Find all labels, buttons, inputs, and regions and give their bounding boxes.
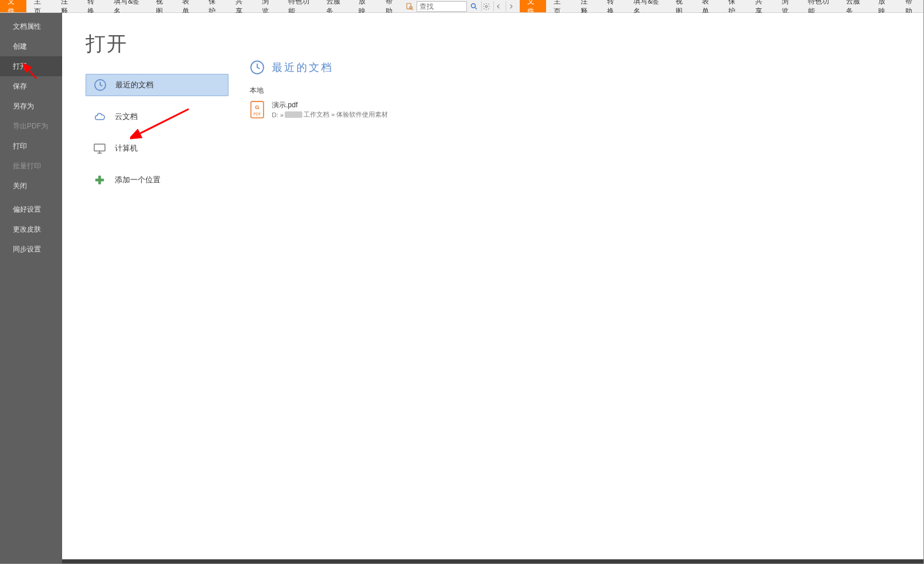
svg-point-5 xyxy=(486,5,488,8)
menubar-right xyxy=(404,0,520,12)
svg-point-3 xyxy=(471,4,475,8)
location-item-plus[interactable]: 添加一个位置 xyxy=(86,169,229,191)
search-input[interactable] xyxy=(417,1,467,12)
svg-text:G: G xyxy=(255,104,260,110)
recent-file-row[interactable]: GPDF演示.pdfD: » 工作文档 » 体验软件使用素材 xyxy=(250,99,924,120)
sidebar-item-5[interactable]: 导出PDF为 xyxy=(0,116,62,136)
nav-next-icon[interactable] xyxy=(506,1,516,12)
menu-tab-4[interactable]: 填写&签名 xyxy=(106,0,148,12)
clock-icon xyxy=(250,60,265,75)
svg-line-2 xyxy=(412,9,413,10)
sidebar-item-10[interactable]: 更改皮肤 xyxy=(0,219,62,239)
location-item-clock[interactable]: 最近的文档 xyxy=(86,74,229,96)
status-bar xyxy=(62,559,924,564)
menu-tab-2[interactable]: 注释 xyxy=(53,0,80,12)
menu-tab-7[interactable]: 保护 xyxy=(201,0,227,12)
clock-icon xyxy=(93,78,107,92)
recent-group-label: 本地 xyxy=(250,86,924,96)
recent-section-title: 最近的文档 xyxy=(272,60,333,74)
sidebar-item-6[interactable]: 打印 xyxy=(0,136,62,156)
menu-tab-4[interactable]: 填写&签名 xyxy=(626,0,667,12)
menu-tab-1[interactable]: 主页 xyxy=(26,0,53,12)
menu-tab-13[interactable]: 帮助 xyxy=(898,0,924,12)
location-item-computer[interactable]: 计算机 xyxy=(86,137,229,159)
menu-tab-5[interactable]: 视图 xyxy=(668,0,694,12)
sidebar-item-11[interactable]: 同步设置 xyxy=(0,239,62,259)
location-label: 云文档 xyxy=(115,111,138,122)
svg-rect-7 xyxy=(94,144,105,151)
sidebar-item-0[interactable]: 文档属性 xyxy=(0,16,62,36)
location-label: 计算机 xyxy=(115,143,138,154)
recent-section-header: 最近的文档 xyxy=(250,60,924,75)
content-area: 打开 最近的文档云文档计算机添加一个位置 最近的文档 本地 GPDF演示.pdf… xyxy=(62,13,924,564)
recent-file-list: GPDF演示.pdfD: » 工作文档 » 体验软件使用素材 xyxy=(250,99,924,120)
sidebar-item-2[interactable]: 打开 xyxy=(0,56,62,76)
menu-tab-10[interactable]: 特色功能 xyxy=(800,0,838,12)
menu-tab-9[interactable]: 浏览 xyxy=(254,0,281,12)
menu-tab-11[interactable]: 云服务 xyxy=(838,0,871,12)
menu-tab-12[interactable]: 放映 xyxy=(871,0,897,12)
plus-icon xyxy=(93,173,107,187)
file-path: D: » 工作文档 » 体验软件使用素材 xyxy=(272,110,388,119)
menu-tab-0[interactable]: 文件 xyxy=(520,0,546,12)
svg-rect-0 xyxy=(407,3,411,8)
menu-tab-6[interactable]: 表单 xyxy=(694,0,721,12)
file-meta: 演示.pdfD: » 工作文档 » 体验软件使用素材 xyxy=(272,100,388,119)
location-label: 添加一个位置 xyxy=(115,175,161,185)
sidebar-item-1[interactable]: 创建 xyxy=(0,36,62,56)
nav-prev-icon[interactable] xyxy=(493,1,504,12)
gear-icon[interactable] xyxy=(481,1,492,12)
computer-icon xyxy=(93,141,107,155)
menu-tab-0[interactable]: 文件 xyxy=(0,0,26,12)
body-area: 文档属性创建打开保存另存为导出PDF为打印批量打印关闭偏好设置更改皮肤同步设置 … xyxy=(0,13,924,564)
sidebar-item-8[interactable]: 关闭 xyxy=(0,176,62,196)
menu-tab-9[interactable]: 浏览 xyxy=(774,0,800,12)
location-item-cloud[interactable]: 云文档 xyxy=(86,106,229,128)
menu-tab-13[interactable]: 帮助 xyxy=(378,0,404,12)
sidebar-item-4[interactable]: 另存为 xyxy=(0,96,62,116)
svg-line-4 xyxy=(475,7,477,9)
menu-tab-8[interactable]: 共享 xyxy=(748,0,774,12)
menu-tab-5[interactable]: 视图 xyxy=(148,0,175,12)
menu-tab-7[interactable]: 保护 xyxy=(721,0,747,12)
sidebar-item-7[interactable]: 批量打印 xyxy=(0,156,62,176)
menubar: 文件主页注释转换填写&签名视图表单保护共享浏览特色功能云服务放映帮助 文件主页注… xyxy=(0,0,924,13)
pdf-file-icon: GPDF xyxy=(250,101,266,118)
page-title: 打开 xyxy=(86,30,232,57)
location-label: 最近的文档 xyxy=(115,80,154,90)
menu-tab-12[interactable]: 放映 xyxy=(351,0,377,12)
menu-tab-2[interactable]: 注释 xyxy=(573,0,599,12)
find-in-page-icon[interactable] xyxy=(404,1,415,12)
menu-tab-1[interactable]: 主页 xyxy=(546,0,572,12)
sidebar-item-3[interactable]: 保存 xyxy=(0,76,62,96)
sidebar-item-9[interactable]: 偏好设置 xyxy=(0,199,62,219)
locations-column: 打开 最近的文档云文档计算机添加一个位置 xyxy=(62,13,232,564)
cloud-icon xyxy=(93,110,107,124)
file-name: 演示.pdf xyxy=(272,100,388,110)
recent-column: 最近的文档 本地 GPDF演示.pdfD: » 工作文档 » 体验软件使用素材 xyxy=(232,13,924,564)
menu-tab-3[interactable]: 转换 xyxy=(80,0,106,12)
menu-tab-6[interactable]: 表单 xyxy=(175,0,201,12)
menu-tab-10[interactable]: 特色功能 xyxy=(281,0,319,12)
menu-tab-11[interactable]: 云服务 xyxy=(319,0,351,12)
svg-text:PDF: PDF xyxy=(254,112,261,116)
menu-tab-3[interactable]: 转换 xyxy=(599,0,626,12)
locations-list: 最近的文档云文档计算机添加一个位置 xyxy=(86,74,232,191)
menu-tab-8[interactable]: 共享 xyxy=(228,0,254,12)
search-icon[interactable] xyxy=(469,1,479,12)
file-menu-sidebar: 文档属性创建打开保存另存为导出PDF为打印批量打印关闭偏好设置更改皮肤同步设置 xyxy=(0,13,62,564)
